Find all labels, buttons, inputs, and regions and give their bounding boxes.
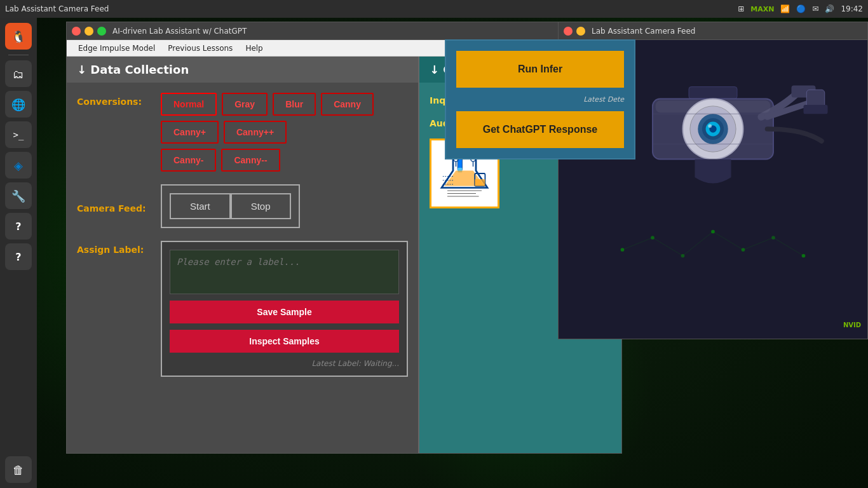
chatgpt-response-button[interactable]: Get ChatGPT Response <box>456 111 624 148</box>
save-sample-button[interactable]: Save Sample <box>170 301 399 323</box>
conv-row-2: Canny+ Canny++ <box>161 121 374 144</box>
files-icon: 🗂 <box>13 67 24 81</box>
label-input[interactable] <box>170 250 399 294</box>
vscode-icon: ◈ <box>14 159 23 172</box>
taskbar-left: Lab Assistant Camera Feed <box>5 4 109 13</box>
camera-feed-label: Camera Feed: <box>77 200 153 214</box>
camera-window-title: Lab Assistant Camera Feed <box>592 27 696 36</box>
latest-detections-label: Latest Dete <box>456 95 624 104</box>
assign-label-section: Assign Label: Save Sample Inspect Sample… <box>77 241 408 377</box>
svg-rect-30 <box>804 105 828 114</box>
svg-rect-11 <box>475 179 485 186</box>
trash-icon: 🗑 <box>13 463 24 477</box>
camera-feed-buttons-group: Start Stop <box>161 184 300 228</box>
main-window-title: AI-driven Lab Assistant w/ ChatGPT <box>112 27 247 36</box>
dock-item-trash[interactable]: 🗑 <box>5 456 32 483</box>
help2-icon: ? <box>15 251 21 263</box>
main-window-close[interactable] <box>72 27 81 36</box>
conv-btn-canny-minus[interactable]: Canny- <box>161 149 216 172</box>
bluetooth-icon: 🔵 <box>796 4 806 13</box>
camera-start-button[interactable]: Start <box>170 193 231 219</box>
conversions-label: Conversions: <box>77 93 153 107</box>
inference-panel: Run Infer Latest Dete Get ChatGPT Respon… <box>445 39 635 159</box>
latest-label-status: Latest Label: Waiting... <box>170 359 399 368</box>
svg-point-27 <box>708 124 712 128</box>
svg-rect-33 <box>656 100 771 112</box>
conv-btn-gray[interactable]: Gray <box>222 93 268 116</box>
menu-previous-lessons[interactable]: Previous Lessons <box>161 43 239 54</box>
data-collection-title: ↓ Data Collection <box>77 63 189 76</box>
conversion-buttons-group: Normal Gray Blur Canny Canny+ Canny++ Ca… <box>161 93 374 172</box>
taskbar-apps-icon: ⊞ <box>738 4 744 13</box>
dock-item-terminal[interactable]: >_ <box>5 121 32 148</box>
help-icon: ? <box>15 220 21 233</box>
menu-help[interactable]: Help <box>239 43 269 54</box>
dock-item-files[interactable]: 🗂 <box>5 60 32 87</box>
dock: 🐧 🗂 🌐 >_ ◈ 🔧 ? ? 🗑 <box>0 18 37 488</box>
dock-item-chromium[interactable]: 🌐 <box>5 91 32 118</box>
conv-btn-normal[interactable]: Normal <box>161 93 217 116</box>
svg-text:NVIDIA: NVIDIA <box>843 322 861 329</box>
main-window-titlebar: AI-driven Lab Assistant w/ ChatGPT <box>67 22 621 40</box>
inspect-samples-button[interactable]: Inspect Samples <box>170 330 399 353</box>
assign-box: Save Sample Inspect Samples Latest Label… <box>161 241 408 377</box>
dock-separator <box>8 55 29 55</box>
panel-left-body: Conversions: Normal Gray Blur Canny Cann… <box>67 83 418 453</box>
mail-icon: ✉ <box>812 4 818 13</box>
nvidia-logo: NVIDIA <box>842 318 861 332</box>
sound-icon: 🔊 <box>825 4 834 13</box>
svg-rect-19 <box>689 87 737 99</box>
conv-row-1: Normal Gray Blur Canny <box>161 93 374 116</box>
conv-btn-canny-plusplus[interactable]: Canny++ <box>224 121 287 144</box>
taskbar: Lab Assistant Camera Feed ⊞ MAXN 📶 🔵 ✉ 🔊… <box>0 0 868 18</box>
data-collection-header: ↓ Data Collection <box>67 57 418 83</box>
main-window-minimize[interactable] <box>85 27 93 36</box>
dock-item-ubuntu[interactable]: 🐧 <box>5 23 32 50</box>
conversions-row: Conversions: Normal Gray Blur Canny Cann… <box>77 93 408 172</box>
menu-edge-impulse[interactable]: Edge Impulse Model <box>72 43 161 54</box>
taskbar-title: Lab Assistant Camera Feed <box>5 4 109 13</box>
main-window-maximize[interactable] <box>97 27 106 36</box>
assign-label-label: Assign Label: <box>77 241 153 255</box>
conv-row-3: Canny- Canny-- <box>161 149 374 172</box>
camera-window-minimize[interactable] <box>576 27 585 36</box>
dock-item-help[interactable]: ? <box>5 213 32 240</box>
camera-stop-button[interactable]: Stop <box>231 193 291 219</box>
ubuntu-icon: 🐧 <box>11 30 25 43</box>
panel-data-collection: ↓ Data Collection Conversions: Normal Gr… <box>67 57 419 453</box>
dock-item-help2[interactable]: ? <box>5 243 32 270</box>
dock-item-software[interactable]: 🔧 <box>5 182 32 209</box>
dock-item-vscode[interactable]: ◈ <box>5 152 32 179</box>
run-inference-button[interactable]: Run Infer <box>456 51 624 88</box>
terminal-icon: >_ <box>13 130 24 140</box>
taskbar-right: ⊞ MAXN 📶 🔵 ✉ 🔊 19:42 <box>738 4 863 13</box>
camera-window-titlebar: Lab Assistant Camera Feed <box>559 22 867 40</box>
clock: 19:42 <box>841 4 863 13</box>
wifi-icon: 📶 <box>780 4 790 13</box>
software-icon: 🔧 <box>11 189 25 203</box>
conv-btn-blur[interactable]: Blur <box>273 93 316 116</box>
conv-btn-canny-minusminus[interactable]: Canny-- <box>221 149 280 172</box>
nvidia-icon: MAXN <box>750 5 774 13</box>
camera-feed-section: Camera Feed: Start Stop <box>77 184 408 228</box>
conv-btn-canny-plus[interactable]: Canny+ <box>161 121 219 144</box>
camera-window-close[interactable] <box>564 27 573 36</box>
chromium-icon: 🌐 <box>11 98 25 111</box>
conv-btn-canny[interactable]: Canny <box>321 93 374 116</box>
